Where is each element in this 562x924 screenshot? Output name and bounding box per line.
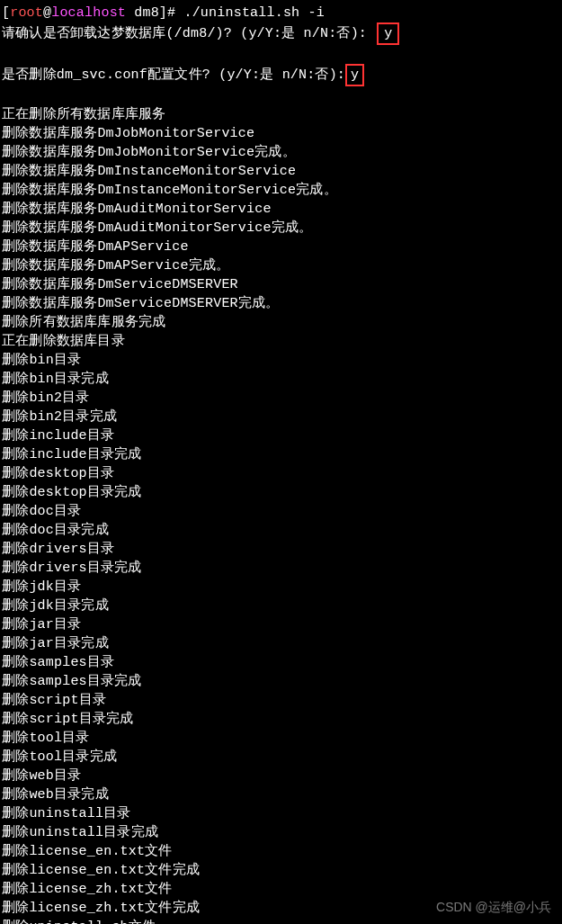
- output-line: 正在删除数据库目录: [2, 332, 560, 351]
- output-line: 删除desktop目录完成: [2, 483, 560, 502]
- bracket-close: ]#: [159, 5, 184, 21]
- output-line: 删除doc目录: [2, 502, 560, 521]
- output-line: 删除jar目录完成: [2, 634, 560, 653]
- blank-line-1: [2, 45, 560, 64]
- output-line: 删除script目录: [2, 691, 560, 710]
- output-line: 删除samples目录: [2, 653, 560, 672]
- output-line: 删除数据库服务DmAuditMonitorService完成。: [2, 219, 560, 238]
- terminal-output: 正在删除所有数据库库服务删除数据库服务DmJobMonitorService删除…: [2, 105, 560, 924]
- output-line: 删除所有数据库库服务完成: [2, 313, 560, 332]
- confirm2-answer[interactable]: y: [345, 64, 364, 86]
- output-line: 删除数据库服务DmAuditMonitorService: [2, 200, 560, 219]
- output-line: 删除desktop目录: [2, 464, 560, 483]
- output-line: 删除数据库服务DmAPService完成。: [2, 256, 560, 275]
- output-line: 删除license_en.txt文件完成: [2, 861, 560, 880]
- output-line: 删除数据库服务DmServiceDMSERVER: [2, 275, 560, 294]
- output-line: 删除script目录完成: [2, 710, 560, 729]
- confirm-delete-conf-line: 是否删除dm_svc.conf配置文件? (y/Y:是 n/N:否):y: [2, 64, 560, 86]
- output-line: 正在删除所有数据库库服务: [2, 105, 560, 124]
- confirm2-text: 是否删除dm_svc.conf配置文件? (y/Y:是 n/N:否):: [2, 67, 345, 83]
- output-line: 删除tool目录完成: [2, 748, 560, 767]
- output-line: 删除include目录完成: [2, 445, 560, 464]
- output-line: 删除drivers目录完成: [2, 559, 560, 578]
- output-line: 删除jar目录: [2, 615, 560, 634]
- output-line: 删除jdk目录完成: [2, 597, 560, 615]
- output-line: 删除samples目录完成: [2, 672, 560, 691]
- output-line: 删除license_zh.txt文件: [2, 880, 560, 899]
- bracket-open: [: [2, 5, 10, 21]
- command-text: ./uninstall.sh -i: [183, 5, 324, 21]
- output-line: 删除drivers目录: [2, 540, 560, 559]
- confirm1-answer[interactable]: y: [377, 22, 399, 45]
- confirm-uninstall-line: 请确认是否卸载达梦数据库(/dm8/)? (y/Y:是 n/N:否): y: [2, 22, 560, 45]
- prompt-path: dm8: [126, 5, 159, 21]
- output-line: 删除bin2目录: [2, 389, 560, 408]
- output-line: 删除tool目录: [2, 729, 560, 748]
- output-line: 删除web目录: [2, 767, 560, 785]
- output-line: 删除数据库服务DmJobMonitorService: [2, 124, 560, 143]
- output-line: 删除web目录完成: [2, 785, 560, 804]
- confirm1-text: 请确认是否卸载达梦数据库(/dm8/)? (y/Y:是 n/N:否):: [2, 26, 367, 41]
- output-line: 删除uninstall.sh文件: [2, 918, 560, 924]
- prompt-line[interactable]: [root@localhost dm8]# ./uninstall.sh -i: [2, 4, 560, 22]
- output-line: 删除uninstall目录: [2, 804, 560, 823]
- output-line: 删除include目录: [2, 426, 560, 445]
- output-line: 删除数据库服务DmInstanceMonitorService完成。: [2, 181, 560, 200]
- output-line: 删除bin2目录完成: [2, 408, 560, 426]
- output-line: 删除数据库服务DmAPService: [2, 238, 560, 256]
- blank-line-2: [2, 86, 560, 105]
- watermark-text: CSDN @运维@小兵: [436, 899, 551, 917]
- prompt-at: @: [43, 5, 51, 21]
- output-line: 删除uninstall目录完成: [2, 823, 560, 842]
- output-line: 删除doc目录完成: [2, 521, 560, 540]
- output-line: 删除数据库服务DmServiceDMSERVER完成。: [2, 294, 560, 313]
- prompt-user: root: [10, 5, 43, 21]
- output-line: 删除jdk目录: [2, 578, 560, 597]
- output-line: 删除bin目录: [2, 351, 560, 370]
- prompt-host: localhost: [51, 5, 126, 21]
- output-line: 删除license_en.txt文件: [2, 842, 560, 861]
- output-line: 删除数据库服务DmInstanceMonitorService: [2, 162, 560, 181]
- output-line: 删除数据库服务DmJobMonitorService完成。: [2, 143, 560, 162]
- output-line: 删除bin目录完成: [2, 370, 560, 389]
